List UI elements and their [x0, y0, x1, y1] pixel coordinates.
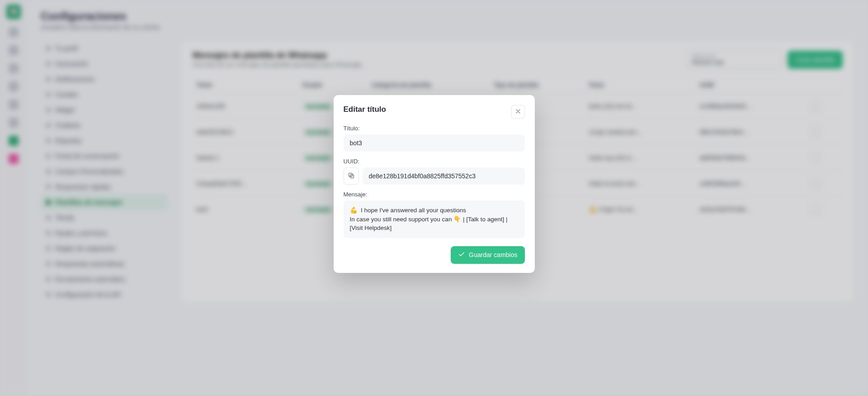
titulo-input[interactable]	[344, 134, 525, 152]
close-icon	[514, 108, 522, 116]
copy-icon	[348, 172, 355, 181]
mensaje-label: Mensaje:	[344, 191, 525, 198]
uuid-value: de8e128b191d4bf0a8825ffd357552c3	[363, 167, 525, 185]
modal-overlay: Editar título Título: UUID: de8e128b191d…	[0, 0, 868, 396]
close-button[interactable]	[511, 105, 525, 119]
copy-uuid-button[interactable]	[344, 167, 359, 185]
save-button-label: Guardar cambios	[469, 251, 517, 258]
edit-title-modal: Editar título Título: UUID: de8e128b191d…	[334, 95, 535, 273]
save-button[interactable]: Guardar cambios	[451, 246, 524, 264]
modal-heading: Editar título	[344, 105, 386, 114]
check-icon	[458, 251, 465, 259]
titulo-label: Título:	[344, 125, 525, 132]
mensaje-value: 💪 I hope I've answered all your question…	[344, 200, 525, 238]
uuid-label: UUID:	[344, 158, 525, 165]
